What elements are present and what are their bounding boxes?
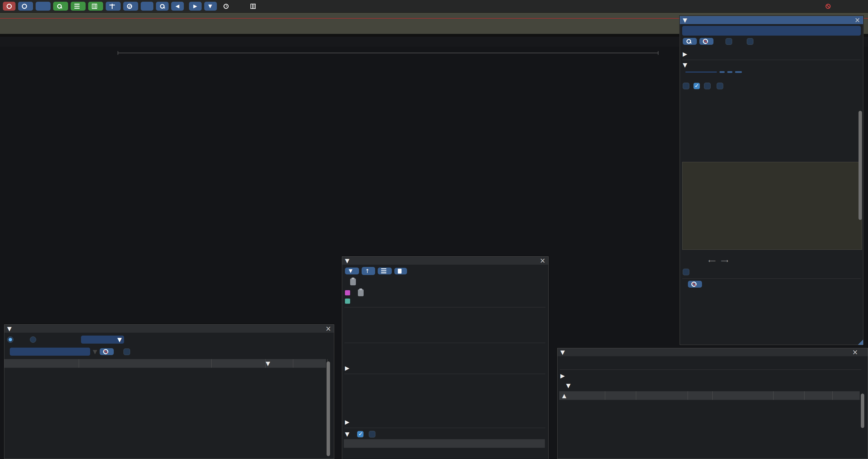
statistics-scrollbar[interactable] xyxy=(327,361,330,456)
memory-title-bar[interactable]: ▼× xyxy=(558,348,868,356)
time-relative-checkbox[interactable] xyxy=(357,431,364,437)
thread-color-swatch xyxy=(345,299,350,304)
find-zone-button[interactable] xyxy=(53,2,68,11)
zoom-to-zone-icon xyxy=(348,268,353,273)
clear-button[interactable] xyxy=(700,38,713,45)
clear-icon xyxy=(103,349,108,354)
zoom-to-zone-button[interactable] xyxy=(345,267,359,274)
magnifier-icon xyxy=(57,4,62,9)
find-zone-histogram[interactable] xyxy=(682,162,862,250)
magnifier-icon xyxy=(686,39,691,44)
find-zone-title-bar[interactable]: ▼× xyxy=(680,16,863,24)
find-zone-scrollbar[interactable] xyxy=(859,111,862,220)
go-to-parent-button[interactable]: ↑ xyxy=(362,267,375,275)
resize-grip[interactable] xyxy=(858,339,863,345)
goto-frame-button[interactable] xyxy=(204,2,217,11)
limit-range-checkbox[interactable] xyxy=(747,38,753,45)
clipboard-icon[interactable] xyxy=(350,278,356,285)
matched-locations-expander[interactable]: ▶ xyxy=(683,51,692,57)
allocations-list-expander[interactable]: ▶ xyxy=(345,419,352,425)
info-button[interactable] xyxy=(123,2,138,11)
sampling-radio[interactable] xyxy=(30,336,36,343)
close-icon[interactable]: × xyxy=(326,325,331,333)
log-values-checkbox[interactable] xyxy=(683,83,689,89)
collapse-icon[interactable]: ▼ xyxy=(345,257,349,264)
wait-regions-expander[interactable]: ▶ xyxy=(345,365,352,371)
collapse-icon[interactable]: ▼ xyxy=(7,325,11,332)
close-icon[interactable]: × xyxy=(852,348,858,356)
clear-found-button[interactable] xyxy=(688,281,702,288)
clock-icon xyxy=(223,4,229,9)
bin-plus-button[interactable] xyxy=(727,71,733,73)
find-zone-search-input[interactable] xyxy=(682,26,861,36)
tools-button[interactable] xyxy=(141,2,153,11)
cumulate-time-checkbox[interactable] xyxy=(704,83,711,89)
disconnect-icon xyxy=(826,4,831,9)
bin-reset-button[interactable] xyxy=(735,71,742,73)
timing-dropdown[interactable]: ▼ xyxy=(81,335,124,343)
statistics-panel: ▼× ▼ ▼ ▼ xyxy=(4,324,334,459)
min-bin-input[interactable] xyxy=(685,71,717,73)
funnel-icon[interactable]: ▼ xyxy=(93,348,97,355)
collapse-icon[interactable]: ▼ xyxy=(345,431,349,437)
chevron-down-icon: ▼ xyxy=(118,336,122,343)
bin-minus-button[interactable] xyxy=(719,71,725,73)
file-icon xyxy=(398,269,402,273)
collapse-icon[interactable]: ▼ xyxy=(560,349,565,356)
main-toolbar xyxy=(0,0,868,13)
show-zone-time-checkbox[interactable] xyxy=(683,269,689,275)
power-button[interactable] xyxy=(3,2,16,11)
log-time-checkbox[interactable] xyxy=(693,83,700,89)
self-time-checkbox[interactable] xyxy=(717,83,723,89)
active-allocations-expander[interactable]: ▼ xyxy=(566,382,588,389)
left-arrow-icon xyxy=(175,4,180,9)
capture-time xyxy=(237,4,244,9)
fingerprint-icon xyxy=(127,4,132,9)
scale-icon xyxy=(110,4,115,9)
close-icon[interactable]: × xyxy=(855,16,860,24)
statistics-button[interactable] xyxy=(71,2,86,11)
frame-time xyxy=(223,4,231,9)
ignore-case-checkbox[interactable] xyxy=(725,38,732,45)
instrumentation-radio[interactable] xyxy=(7,336,13,343)
close-icon[interactable]: × xyxy=(540,257,546,265)
zone-info-title-bar[interactable]: ▼× xyxy=(342,257,548,265)
source-button[interactable] xyxy=(394,268,407,274)
power-icon xyxy=(7,4,12,9)
limit-range-checkbox[interactable] xyxy=(124,349,130,355)
allocations-table-header[interactable]: ▲ xyxy=(559,391,860,400)
zone-thread-row xyxy=(345,299,358,304)
allocations-expander[interactable]: ▶ xyxy=(560,372,567,379)
statistics-title-bar[interactable]: ▼× xyxy=(4,325,334,333)
clear-filter-button[interactable] xyxy=(100,348,114,355)
clear-icon xyxy=(691,282,696,287)
compare-button[interactable] xyxy=(106,2,121,11)
messages-table-header xyxy=(344,439,545,448)
statistics-table[interactable] xyxy=(4,368,326,459)
frame-separator-tick xyxy=(658,51,658,55)
allocations-table[interactable] xyxy=(559,400,860,459)
collapse-icon[interactable]: ▼ xyxy=(683,17,687,24)
clipboard-icon[interactable] xyxy=(358,289,364,296)
find-zone-panel: ▼× ▶ ▼ xyxy=(680,16,863,345)
find-button[interactable] xyxy=(683,38,697,45)
magnifier-plus-icon xyxy=(160,4,165,9)
clear-icon xyxy=(703,39,708,44)
filter-input[interactable] xyxy=(10,348,90,356)
prev-frame-button[interactable] xyxy=(171,2,184,11)
exclude-children-checkbox[interactable] xyxy=(369,431,375,437)
memory-scrollbar[interactable] xyxy=(861,394,864,428)
statistics-table-header[interactable]: ▼ xyxy=(4,359,326,368)
zone-statistics-button[interactable] xyxy=(378,267,392,274)
messages-row: ▼ xyxy=(345,431,378,437)
histogram-expander[interactable]: ▼ xyxy=(683,61,690,68)
next-frame-button[interactable] xyxy=(189,2,202,11)
up-arrow-icon: ↑ xyxy=(365,268,370,274)
statistics-mode-row: ▼ xyxy=(7,335,124,343)
options-button[interactable] xyxy=(18,2,33,11)
memory-icon xyxy=(92,4,97,9)
memory-button[interactable] xyxy=(88,2,103,11)
down-arrow-icon xyxy=(208,4,213,9)
zoom-button[interactable] xyxy=(156,2,168,11)
messages-button[interactable] xyxy=(36,2,51,11)
